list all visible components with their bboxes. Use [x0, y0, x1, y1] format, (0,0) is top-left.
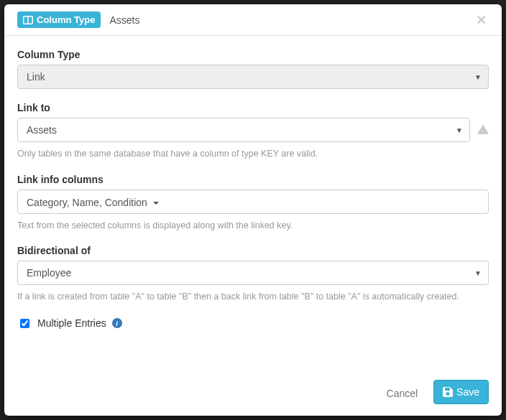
link-info-columns-select[interactable]: Category, Name, Condition	[17, 190, 489, 214]
badge-label: Column Type	[37, 14, 95, 25]
dialog-body: Column Type Link ▼ Link to Assets ▼	[4, 36, 502, 371]
field-link-info-columns: Link info columns Category, Name, Condit…	[17, 174, 489, 233]
close-button[interactable]: ×	[474, 12, 489, 28]
dialog-header: Column Type Assets ×	[4, 4, 502, 36]
save-button[interactable]: Save	[433, 380, 489, 404]
link-to-help: Only tables in the same database that ha…	[17, 148, 489, 161]
field-bidirectional-of: Bidirectional of Employee ▼ If a link is…	[17, 245, 489, 304]
link-to-label: Link to	[17, 102, 489, 113]
field-column-type: Column Type Link ▼	[17, 49, 489, 89]
column-type-dialog: Column Type Assets × Column Type Link ▼ …	[4, 4, 502, 416]
dialog-title: Assets	[109, 14, 139, 26]
bidirectional-of-select[interactable]: Employee	[17, 261, 489, 285]
bidirectional-of-help: If a link is created from table "A" to t…	[17, 291, 489, 304]
dialog-footer: Cancel Save	[4, 371, 502, 416]
bidirectional-of-label: Bidirectional of	[17, 245, 489, 256]
columns-icon	[23, 16, 33, 24]
link-info-columns-value: Category, Name, Condition	[27, 197, 147, 208]
link-info-columns-help: Text from the selected columns is displa…	[17, 220, 489, 233]
column-type-select[interactable]: Link	[17, 65, 489, 89]
cancel-button[interactable]: Cancel	[378, 381, 427, 406]
link-to-select[interactable]: Assets	[17, 118, 470, 142]
save-icon	[443, 387, 453, 397]
field-multiple-entries: Multiple Entries i	[17, 317, 489, 330]
info-icon[interactable]: i	[112, 318, 122, 328]
caret-down-icon	[153, 202, 159, 205]
warning-icon	[477, 124, 489, 136]
field-link-to: Link to Assets ▼ Only tables in the same…	[17, 102, 489, 161]
multiple-entries-label: Multiple Entries	[37, 317, 106, 329]
link-info-columns-label: Link info columns	[17, 174, 489, 185]
multiple-entries-checkbox[interactable]	[20, 319, 29, 328]
column-type-badge: Column Type	[17, 11, 101, 28]
column-type-label: Column Type	[17, 49, 489, 60]
